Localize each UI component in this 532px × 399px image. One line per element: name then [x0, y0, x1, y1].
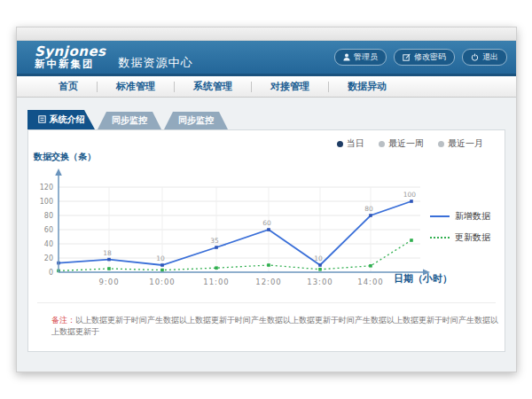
x-tick-label: 9:00 — [98, 278, 119, 286]
data-point-label: 60 — [262, 219, 271, 227]
chart-card: 当日 最近一周 最近一月 数据交换（条） 0204060801001209:00… — [27, 129, 505, 352]
time-range-filter: 当日 最近一周 最近一月 — [337, 137, 483, 150]
y-tick-label: 40 — [44, 240, 53, 248]
logo-text-cn: 新中新集团 — [35, 59, 106, 69]
user-button-label: 管理员 — [354, 51, 378, 63]
legend-label: 更新数据 — [455, 231, 490, 244]
data-point — [410, 239, 413, 242]
data-point — [369, 214, 372, 217]
tab-label: 同步监控 — [112, 114, 147, 127]
logout-button-label: 退出 — [482, 51, 498, 63]
x-tick-label: 14:00 — [357, 278, 384, 286]
y-tick-label: 100 — [40, 198, 53, 206]
document-icon — [38, 115, 46, 125]
tab-label: 系统介绍 — [50, 113, 85, 126]
page-title: 数据资源中心 — [119, 55, 193, 71]
y-axis-title: 数据交换（条） — [34, 151, 96, 163]
app-window: Synjones 新中新集团 数据资源中心 管理员 修改密码 退出 — [16, 27, 517, 372]
legend-label: 新增数据 — [455, 210, 490, 223]
y-tick-label: 60 — [44, 226, 53, 234]
tab-bar: 系统介绍 同步监控 同步监控 — [27, 110, 505, 129]
data-point — [410, 200, 413, 203]
radio-selected-icon — [337, 141, 343, 147]
y-tick-label: 0 — [49, 269, 53, 277]
edit-icon — [403, 53, 411, 61]
x-tick-label: 12:00 — [255, 278, 282, 286]
line-chart: 0204060801001209:0010:0011:0012:0013:001… — [34, 166, 433, 290]
data-point — [267, 263, 270, 267]
person-icon — [343, 53, 350, 61]
logo-text-en: Synjones — [35, 45, 106, 59]
radio-label: 最近一月 — [448, 137, 483, 150]
chart-legend: 新增数据 更新数据 — [430, 210, 490, 244]
data-point — [215, 266, 218, 270]
footer-divider — [37, 302, 496, 303]
legend-item-new-data[interactable]: 新增数据 — [430, 210, 490, 223]
tab-label: 同步监控 — [178, 114, 214, 127]
data-point — [369, 264, 372, 268]
header-actions: 管理员 修改密码 退出 — [334, 49, 507, 66]
radio-label: 最近一周 — [388, 137, 424, 150]
power-icon — [471, 53, 479, 61]
x-tick-label: 11:00 — [203, 278, 230, 286]
tab-system-intro[interactable]: 系统介绍 — [27, 110, 95, 129]
tab-sync-monitor-2[interactable]: 同步监控 — [164, 112, 228, 129]
nav-item-data-change[interactable]: 数据异动 — [329, 80, 405, 93]
x-tick-label: 10:00 — [149, 278, 176, 286]
tab-sync-monitor-1[interactable]: 同步监控 — [98, 112, 161, 129]
radio-option-last-month[interactable]: 最近一月 — [438, 137, 483, 150]
data-point-label: 10 — [156, 254, 165, 262]
data-point-label: 80 — [364, 205, 373, 213]
data-point — [160, 263, 164, 267]
data-point — [318, 268, 322, 271]
data-point-label: 35 — [210, 237, 219, 245]
y-axis-arrow-icon — [55, 168, 62, 176]
logout-button[interactable]: 退出 — [462, 49, 507, 66]
radio-option-last-week[interactable]: 最近一周 — [379, 137, 424, 150]
x-axis-title: 日期（小时） — [394, 272, 452, 286]
header-bar: Synjones 新中新集团 数据资源中心 管理员 修改密码 退出 — [17, 41, 516, 76]
y-tick-label: 80 — [44, 212, 53, 220]
legend-item-update-data[interactable]: 更新数据 — [430, 231, 490, 244]
footnote-text: 以上数据更新于时间产生数据以上数据更新于时间产生数据以上数据更新于时间产生数据以… — [51, 316, 498, 336]
company-logo: Synjones 新中新集团 — [35, 45, 106, 70]
nav-item-standard-mgmt[interactable]: 标准管理 — [98, 80, 174, 93]
data-point — [160, 269, 164, 272]
footnote-label: 备注： — [51, 316, 75, 325]
nav-item-interface-mgmt[interactable]: 对接管理 — [252, 80, 328, 93]
radio-unselected-icon — [438, 141, 444, 147]
data-point — [267, 228, 270, 231]
window-chrome-bar — [17, 27, 516, 41]
x-tick-label: 13:00 — [307, 278, 333, 286]
user-button[interactable]: 管理员 — [334, 49, 387, 66]
y-tick-label: 120 — [40, 184, 53, 192]
y-tick-label: 20 — [44, 254, 53, 262]
data-point — [107, 267, 111, 270]
radio-option-today[interactable]: 当日 — [337, 137, 364, 150]
change-password-button[interactable]: 修改密码 — [394, 49, 455, 66]
radio-unselected-icon — [379, 141, 385, 147]
data-point-label: 10 — [314, 254, 323, 262]
data-point — [215, 246, 218, 249]
content-area: 系统介绍 同步监控 同步监控 当日 最近一周 — [17, 98, 516, 370]
data-point — [107, 258, 111, 262]
data-point-label: 18 — [103, 249, 112, 257]
data-point — [318, 263, 322, 267]
main-nav: 首页 标准管理 系统管理 对接管理 数据异动 — [17, 76, 516, 98]
legend-line-solid-icon — [430, 215, 450, 217]
footnote: 备注：以上数据更新于时间产生数据以上数据更新于时间产生数据以上数据更新于时间产生… — [51, 315, 505, 338]
legend-line-dotted-icon — [430, 237, 450, 239]
data-point-label: 100 — [403, 191, 417, 199]
nav-item-system-mgmt[interactable]: 系统管理 — [175, 80, 251, 93]
nav-item-home[interactable]: 首页 — [40, 80, 97, 93]
change-password-button-label: 修改密码 — [414, 51, 446, 63]
radio-label: 当日 — [347, 137, 364, 150]
